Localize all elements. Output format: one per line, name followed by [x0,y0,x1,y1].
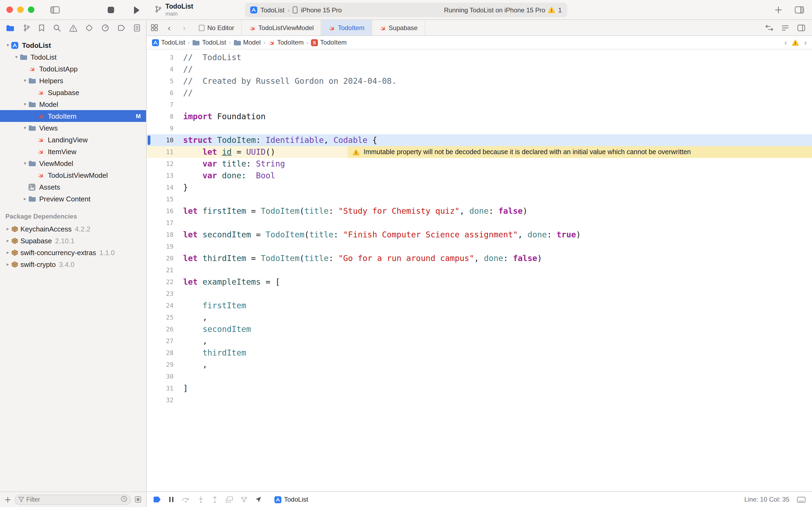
editor-options-icon[interactable] [777,24,793,31]
code-line-11[interactable]: 11 let id = UUID()Immutable property wil… [147,146,812,158]
find-navigator-icon[interactable] [53,24,60,32]
package-item-supabase[interactable]: ▸Supabase2.10.1 [0,235,146,246]
code-line-4[interactable]: 4// [147,63,812,75]
code-line-6[interactable]: 6// [147,87,812,99]
view-hierarchy-icon[interactable] [226,496,233,503]
tree-item-views[interactable]: ▾Views [0,122,146,134]
disclosure-closed-icon[interactable]: ▸ [4,250,11,255]
code-line-31[interactable]: 31] [147,382,812,394]
tree-item-todolist[interactable]: ▾TodoList [0,51,146,63]
filter-input[interactable] [26,496,119,503]
step-into-icon[interactable] [197,496,204,503]
line-number[interactable]: 32 [147,396,173,404]
tree-item-todoitem[interactable]: TodoItemM [0,110,146,122]
tab-no-editor[interactable]: No Editor [192,20,242,36]
tree-item-preview-content[interactable]: ▸Preview Content [0,193,146,205]
tree-item-landingview[interactable]: LandingView [0,134,146,146]
tree-item-viewmodel[interactable]: ▾ViewModel [0,157,146,169]
tree-item-todolistviewmodel[interactable]: TodoListViewModel [0,169,146,181]
issue-navigator-icon[interactable] [69,24,77,32]
breakpoints-toggle-icon[interactable] [153,496,161,503]
breakpoint-navigator-icon[interactable] [118,25,125,31]
zoom-window-button[interactable] [28,6,35,13]
disclosure-open-icon[interactable]: ▾ [4,43,11,48]
tab-todolistviewmodel[interactable]: TodoListViewModel [242,20,321,36]
warning-icon[interactable] [548,6,556,13]
line-number[interactable]: 3 [147,54,173,61]
line-number[interactable]: 27 [147,337,173,345]
code-line-8[interactable]: 8import Foundation [147,111,812,122]
test-navigator-icon[interactable] [85,24,93,32]
line-number[interactable]: 11 [147,148,173,156]
code-line-13[interactable]: 13 var done: Bool [147,170,812,181]
tree-item-model[interactable]: ▾Model [0,98,146,110]
line-number[interactable]: 8 [147,113,173,120]
disclosure-closed-icon[interactable]: ▸ [21,196,28,202]
report-navigator-icon[interactable] [134,24,140,32]
code-line-3[interactable]: 3// TodoList [147,52,812,63]
tree-item-itemview[interactable]: ItemView [0,146,146,157]
inline-warning[interactable]: Immutable property will not be decoded b… [347,146,812,158]
code-line-5[interactable]: 5// Created by Russell Gordon on 2024-04… [147,75,812,87]
line-number[interactable]: 4 [147,65,173,73]
add-item-button[interactable] [5,497,11,502]
line-number[interactable]: 28 [147,349,173,357]
stop-button[interactable] [105,0,116,20]
code-editor[interactable]: 3// TodoList4//5// Created by Russell Go… [147,49,812,492]
line-number[interactable]: 14 [147,184,173,191]
code-line-20[interactable]: 20let thirdItem = TodoItem(title: "Go fo… [147,252,812,264]
code-line-14[interactable]: 14} [147,181,812,193]
line-number[interactable]: 13 [147,172,173,179]
next-issue-button[interactable]: › [804,39,807,46]
code-line-15[interactable]: 15 [147,193,812,205]
code-line-26[interactable]: 26 secondItem [147,323,812,335]
filter-field[interactable] [14,494,131,505]
minimize-window-button[interactable] [17,6,23,13]
code-line-23[interactable]: 23 [147,288,812,300]
disclosure-open-icon[interactable]: ▾ [21,78,28,83]
new-tab-button[interactable] [772,0,784,20]
line-number[interactable]: 20 [147,255,173,262]
disclosure-closed-icon[interactable]: ▸ [4,262,11,267]
line-number[interactable]: 17 [147,219,173,227]
line-number[interactable]: 12 [147,160,173,168]
run-button[interactable] [131,0,142,20]
disclosure-open-icon[interactable]: ▾ [21,125,28,130]
simulate-location-icon[interactable] [255,496,262,503]
disclosure-closed-icon[interactable]: ▸ [4,226,11,231]
scheme-status-bar[interactable]: TodoList › iPhone 15 Pro Running TodoLis… [245,3,567,17]
line-number[interactable]: 22 [147,278,173,286]
line-number[interactable]: 16 [147,207,173,215]
code-line-30[interactable]: 30 [147,371,812,382]
line-number[interactable]: 5 [147,77,173,85]
toggle-left-sidebar-button[interactable] [48,0,61,20]
code-line-18[interactable]: 18let secondItem = TodoItem(title: "Fini… [147,229,812,241]
breadcrumb-todolist-1[interactable]: TodoList [192,39,226,46]
warning-count[interactable]: 1 [558,6,562,14]
previous-issue-button[interactable]: ‹ [785,39,787,46]
code-line-24[interactable]: 24 firstItem [147,300,812,312]
source-control-navigator-icon[interactable] [23,24,30,32]
close-window-button[interactable] [6,6,13,13]
package-item-swift-crypto[interactable]: ▸swift-crypto3.4.0 [0,258,146,270]
bookmarks-navigator-icon[interactable] [39,24,45,32]
toggle-right-sidebar-button[interactable] [793,0,806,20]
tree-item-helpers[interactable]: ▾Helpers [0,75,146,87]
code-line-22[interactable]: 22let exampleItems = [ [147,276,812,288]
forward-button[interactable]: › [177,20,192,36]
line-number[interactable]: 31 [147,385,173,392]
code-line-10[interactable]: 10struct TodoItem: Identifiable, Codable… [147,134,812,146]
breadcrumb-todoitem-4[interactable]: STodoItem [311,39,347,46]
line-number[interactable]: 18 [147,231,173,238]
line-number[interactable]: 30 [147,373,173,380]
step-out-icon[interactable] [212,496,218,503]
line-number[interactable]: 19 [147,243,173,250]
code-line-9[interactable]: 9 [147,122,812,134]
project-navigator-icon[interactable] [6,24,14,32]
package-item-keychainaccess[interactable]: ▸KeychainAccess4.2.2 [0,223,146,235]
line-number[interactable]: 7 [147,101,173,109]
line-number[interactable]: 24 [147,302,173,309]
code-review-icon[interactable] [761,24,776,31]
editor-grid-icon[interactable] [147,20,162,36]
source-control-status-filter-icon[interactable] [135,496,141,503]
